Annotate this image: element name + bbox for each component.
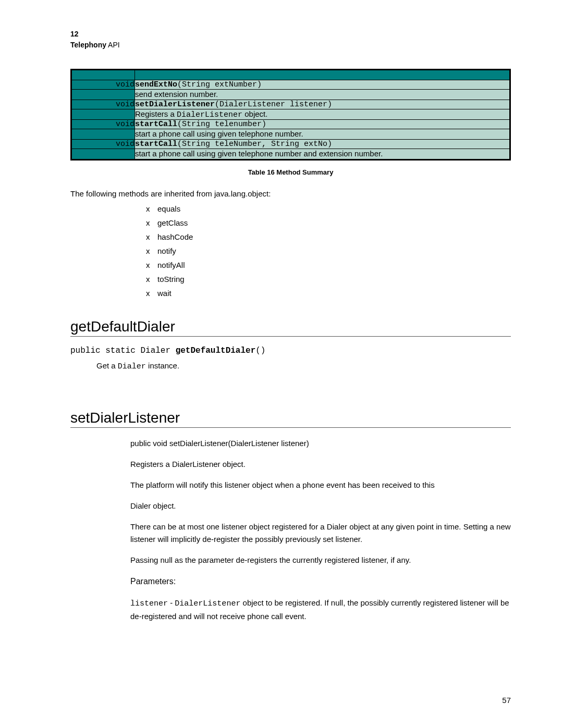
- table-row: Registers a DialerListener object.: [71, 109, 510, 120]
- table-row: void setDialerListener(DialerListener li…: [71, 100, 510, 109]
- chapter-number: 12: [70, 29, 511, 40]
- table-row: send extension number.: [71, 90, 510, 100]
- list-item: xtoString: [146, 275, 511, 283]
- section-heading-setDialerListener: setDialerListener: [70, 410, 511, 428]
- body-paragraph: public void setDialerListener(DialerList…: [130, 437, 511, 450]
- method-description: start a phone call using given telephone…: [135, 149, 510, 160]
- method-description: start a phone call using given telephone…: [135, 129, 510, 140]
- page-content: 12 Telephony API void sendExtNo(String e…: [0, 0, 563, 728]
- table-row: void sendExtNo(String extNumber): [71, 80, 510, 90]
- page-number: 57: [70, 696, 511, 705]
- method-description: send extension number.: [135, 90, 510, 100]
- parameter-description: listener - DialerListener object to be r…: [130, 597, 511, 623]
- method-signature: startCall(String telenumber): [135, 120, 510, 129]
- body-paragraph: The platform will notify this listener o…: [130, 479, 511, 491]
- method-signature: setDialerListener(DialerListener listene…: [135, 100, 510, 109]
- inherited-intro: The following methods are inherited from…: [70, 189, 511, 198]
- return-type: void: [71, 120, 135, 129]
- list-item: xgetClass: [146, 218, 511, 227]
- method-description-block: Get a Dialer instance.: [96, 360, 511, 373]
- section-heading-getDefaultDialer: getDefaultDialer: [70, 318, 511, 337]
- list-item: xnotifyAll: [146, 261, 511, 269]
- parameters-heading: Parameters:: [130, 575, 511, 588]
- method-signature-line: public static Dialer getDefaultDialer(): [70, 346, 511, 355]
- list-item: xwait: [146, 289, 511, 298]
- body-paragraph: There can be at most one listener object…: [130, 521, 511, 546]
- table-header-row: [71, 70, 510, 80]
- list-item: xhashCode: [146, 232, 511, 241]
- page-header: 12 Telephony API: [70, 29, 511, 51]
- method-description: Registers a DialerListener object.: [135, 109, 510, 120]
- body-paragraph: Registers a DialerListener object.: [130, 458, 511, 471]
- method-signature: sendExtNo(String extNumber): [135, 80, 510, 90]
- method-summary-table: void sendExtNo(String extNumber) send ex…: [70, 69, 511, 161]
- table-row: void startCall(String telenumber): [71, 120, 510, 129]
- list-item: xnotify: [146, 246, 511, 255]
- method-body: public void setDialerListener(DialerList…: [130, 437, 511, 623]
- chapter-title: Telephony API: [70, 40, 511, 51]
- body-paragraph: Dialer object.: [130, 500, 511, 512]
- table-row: start a phone call using given telephone…: [71, 129, 510, 140]
- list-item: xequals: [146, 204, 511, 213]
- table-row: start a phone call using given telephone…: [71, 149, 510, 160]
- return-type: void: [71, 80, 135, 90]
- body-paragraph: Passing null as the parameter de-registe…: [130, 554, 511, 566]
- return-type: void: [71, 140, 135, 149]
- return-type: void: [71, 100, 135, 109]
- table-row: void startCall(String teleNumber, String…: [71, 140, 510, 149]
- inherited-methods-list: xequals xgetClass xhashCode xnotify xnot…: [146, 204, 511, 298]
- method-signature: startCall(String teleNumber, String extN…: [135, 140, 510, 149]
- table-caption: Table 16 Method Summary: [70, 168, 511, 176]
